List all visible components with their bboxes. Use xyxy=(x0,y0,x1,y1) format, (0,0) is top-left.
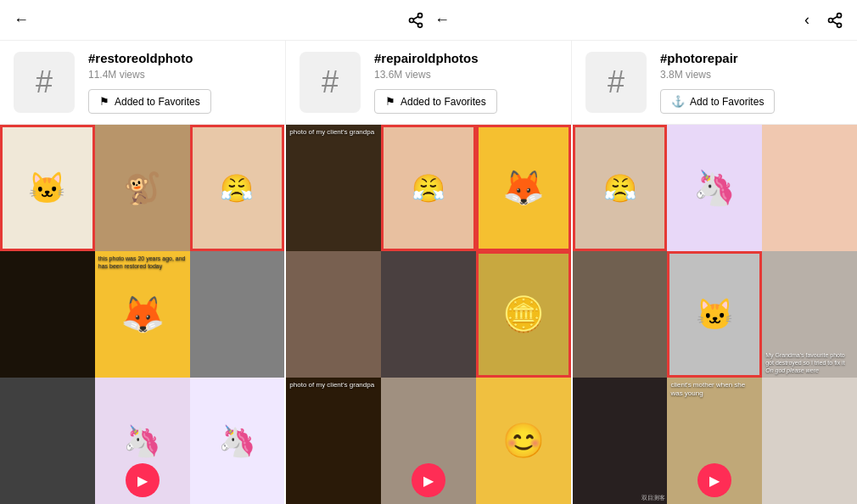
panel-photorepair: # #photorepair 3.8M views ⚓ Add to Favor… xyxy=(572,41,857,124)
bookmark-icon-1: ⚑ xyxy=(99,95,109,108)
top-bar: ← ← ‹ xyxy=(0,0,857,41)
panel-title-3: #photorepair xyxy=(660,51,775,65)
cell-c3-1-2[interactable]: 🦄 xyxy=(667,125,762,251)
svg-line-8 xyxy=(832,21,837,24)
cell-c3-2-1[interactable] xyxy=(573,251,668,378)
add-to-favorites-button-2[interactable]: ⚑ Added to Favorites xyxy=(374,89,497,114)
top-bar-left: ← xyxy=(14,11,290,29)
panel-views-1: 11.4M views xyxy=(88,69,211,81)
cell-c2-text-1: photo of my client's grandpa xyxy=(289,128,378,137)
fav-label-2: Added to Favorites xyxy=(400,96,486,108)
cell-c3-1-3[interactable] xyxy=(762,125,857,251)
cell-c2-2-1[interactable] xyxy=(286,251,381,378)
fav-label-1: Added to Favorites xyxy=(115,96,200,108)
panel-info-2: #repairoldphotos 13.6M views ⚑ Added to … xyxy=(374,51,497,114)
cell-3-2[interactable]: 🦄 ▶ xyxy=(95,378,190,504)
grid-container: 🐱 🐒 😤 🦊 this photo was 20 years ago, and… xyxy=(0,125,857,504)
cell-3-3[interactable]: 🦄 xyxy=(190,378,285,504)
cell-c3-2-3[interactable]: My Grandma's favourite photo got destroy… xyxy=(762,251,857,378)
top-bar-center: ← xyxy=(290,11,567,29)
svg-line-4 xyxy=(413,16,418,19)
back-icon-center[interactable]: ← xyxy=(434,11,450,29)
top-bar-right: ‹ xyxy=(567,11,843,29)
panel-repairoldphotos: # #repairoldphotos 13.6M views ⚑ Added t… xyxy=(286,41,572,124)
chevron-left-icon[interactable]: ‹ xyxy=(804,11,809,29)
cell-c3-3-1[interactable]: 双目测客 xyxy=(573,378,668,504)
cell-c3-2-2[interactable]: 🐱 xyxy=(667,251,762,378)
watermark-1: 双目测客 xyxy=(641,494,665,502)
cell-1-2[interactable]: 🐒 xyxy=(95,125,190,251)
share-icon-right[interactable] xyxy=(826,12,843,29)
bookmark-icon-3: ⚓ xyxy=(671,95,685,108)
cell-c2-3-3[interactable]: 😊 xyxy=(476,378,571,504)
bookmark-icon-2: ⚑ xyxy=(385,95,395,108)
cell-3-1[interactable] xyxy=(0,378,95,504)
cell-c2-1-1[interactable]: photo of my client's grandpa xyxy=(286,125,381,251)
panel-title-2: #repairoldphotos xyxy=(374,51,497,65)
panel-title-1: #restoreoldphoto xyxy=(88,51,211,65)
panel-restoreoldphoto: # #restoreoldphoto 11.4M views ⚑ Added t… xyxy=(0,41,286,124)
svg-line-9 xyxy=(832,16,837,19)
cell-c2-1-2[interactable]: 😤 xyxy=(381,125,476,251)
grid-col-2: photo of my client's grandpa 😤 🦊 🪙 photo… xyxy=(286,125,572,504)
cell-c2-1-3[interactable]: 🦊 xyxy=(476,125,571,251)
hashtag-icon-2: # xyxy=(300,52,361,113)
add-to-favorites-button-3[interactable]: ⚓ Add to Favorites xyxy=(660,89,775,114)
cell-1-1[interactable]: 🐱 xyxy=(0,125,95,251)
cell-2-2[interactable]: 🦊 this photo was 20 years ago, and has b… xyxy=(95,251,190,378)
panel-info-3: #photorepair 3.8M views ⚓ Add to Favorit… xyxy=(660,51,775,114)
video-button-3[interactable]: ▶ xyxy=(697,463,731,497)
back-icon[interactable]: ← xyxy=(14,11,29,29)
cell-c3-3-3[interactable] xyxy=(762,378,857,504)
grid-col-1: 🐱 🐒 😤 🦊 this photo was 20 years ago, and… xyxy=(0,125,286,504)
panel-views-3: 3.8M views xyxy=(660,69,775,81)
svg-point-0 xyxy=(418,13,423,17)
cell-c3-1-1[interactable]: 😤 xyxy=(573,125,668,251)
cell-2-1[interactable] xyxy=(0,251,95,378)
add-to-favorites-button-1[interactable]: ⚑ Added to Favorites xyxy=(88,89,211,114)
cell-c2-3-2[interactable]: ▶ xyxy=(381,378,476,504)
hashtag-icon-1: # xyxy=(14,52,75,113)
video-button-1[interactable]: ▶ xyxy=(126,463,160,497)
panel-views-2: 13.6M views xyxy=(374,69,497,81)
cell-2-3[interactable] xyxy=(190,251,285,378)
svg-point-1 xyxy=(410,18,414,22)
cell-c3-3-2-text: client's mother when she was young xyxy=(670,381,759,399)
hashtag-icon-3: # xyxy=(585,52,647,113)
cell-c2-3-1[interactable]: photo of my client's grandpa xyxy=(286,378,381,504)
share-icon-center[interactable] xyxy=(407,12,424,29)
svg-point-6 xyxy=(829,18,833,22)
cell-1-3[interactable]: 😤 xyxy=(190,125,285,251)
svg-point-5 xyxy=(837,13,842,17)
cell-2-2-text: this photo was 20 years ago, and has bee… xyxy=(98,255,187,270)
panels-container: # #restoreoldphoto 11.4M views ⚑ Added t… xyxy=(0,41,857,125)
cell-c3-2-3-text: My Grandma's favourite photo got destroy… xyxy=(765,351,854,374)
svg-line-3 xyxy=(413,21,418,24)
svg-point-2 xyxy=(418,23,423,27)
cell-c3-3-2[interactable]: client's mother when she was young ▶ xyxy=(667,378,762,504)
svg-point-7 xyxy=(837,23,842,27)
cell-c2-2-2[interactable] xyxy=(381,251,476,378)
cell-c2-2-3[interactable]: 🪙 xyxy=(476,251,571,378)
cell-c2-3-1-text: photo of my client's grandpa xyxy=(289,381,378,389)
panel-info-1: #restoreoldphoto 11.4M views ⚑ Added to … xyxy=(88,51,211,114)
grid-col-3: 😤 🦄 🐱 My Grandma's favourite photo got d… xyxy=(573,125,857,504)
video-button-2[interactable]: ▶ xyxy=(412,463,445,497)
fav-label-3: Add to Favorites xyxy=(690,96,764,108)
